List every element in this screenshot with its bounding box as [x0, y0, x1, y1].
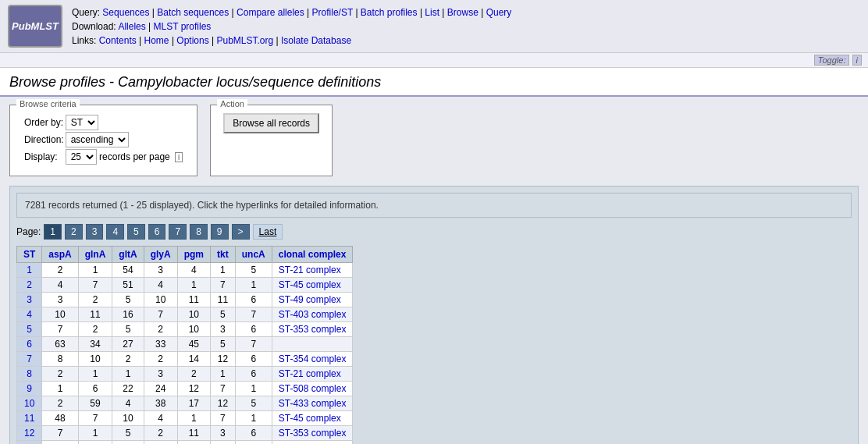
cell-st[interactable]: 13	[17, 441, 42, 445]
cell-clonal[interactable]: ST-403 complex	[272, 307, 353, 322]
direction-select[interactable]: ascending	[66, 132, 129, 147]
clonal-link[interactable]: ST-433 complex	[279, 398, 347, 409]
st-link[interactable]: 8	[27, 368, 32, 379]
cell-st[interactable]: 12	[17, 426, 42, 441]
st-link[interactable]: 7	[27, 353, 32, 364]
display-select[interactable]: 25	[66, 149, 97, 165]
clonal-link[interactable]: ST-49 complex	[279, 294, 341, 305]
cell-st[interactable]: 4	[17, 307, 42, 322]
col-header-clonal[interactable]: clonal complex	[272, 247, 353, 263]
col-sort-gltA[interactable]: gltA	[119, 249, 137, 260]
download-link-mlst-profiles[interactable]: MLST profiles	[154, 21, 212, 32]
clonal-link[interactable]: ST-353 complex	[279, 324, 347, 335]
query-link-batch-profiles[interactable]: Batch profiles	[361, 7, 418, 18]
col-header-aspA[interactable]: aspA	[42, 247, 78, 263]
page-button-5[interactable]: 5	[127, 224, 145, 240]
cell-tkt: 7	[211, 278, 236, 293]
clonal-link[interactable]: ST-21 complex	[279, 265, 341, 275]
st-link[interactable]: 11	[24, 413, 34, 424]
st-link[interactable]: 9	[27, 383, 32, 394]
cell-clonal[interactable]: ST-21 complex	[272, 367, 353, 382]
cell-st[interactable]: 8	[17, 367, 42, 382]
col-sort-glyA[interactable]: glyA	[151, 249, 171, 260]
cell-tkt: 1	[211, 441, 236, 445]
col-header-glnA[interactable]: glnA	[78, 247, 112, 263]
download-link-alleles[interactable]: Alleles	[118, 21, 145, 32]
cell-st[interactable]: 2	[17, 278, 42, 293]
cell-clonal[interactable]: ST-45 complex	[272, 278, 353, 293]
query-link-list[interactable]: List	[425, 7, 439, 18]
nav-link-contents[interactable]: Contents	[99, 35, 137, 46]
clonal-link[interactable]: ST-21 complex	[279, 368, 341, 379]
st-link[interactable]: 5	[27, 324, 32, 335]
cell-st[interactable]: 3	[17, 293, 42, 307]
col-sort-pgm[interactable]: pgm	[184, 249, 204, 260]
query-link-compare-alleles[interactable]: Compare alleles	[237, 7, 304, 18]
query-link-profile-st[interactable]: Profile/ST	[312, 7, 353, 18]
clonal-link[interactable]: ST-45 complex	[279, 413, 341, 424]
col-header-pgm[interactable]: pgm	[177, 247, 210, 263]
st-link[interactable]: 2	[27, 279, 32, 290]
col-sort-glnA[interactable]: glnA	[85, 249, 106, 260]
clonal-link[interactable]: ST-45 complex	[279, 279, 341, 290]
query-link-query[interactable]: Query	[486, 7, 512, 18]
col-header-uncA[interactable]: uncA	[235, 247, 272, 263]
page-button-next[interactable]: >	[232, 224, 250, 240]
cell-clonal[interactable]: ST-45 complex	[272, 411, 353, 426]
st-link[interactable]: 10	[24, 398, 34, 409]
toggle-icon[interactable]: i	[852, 55, 862, 66]
col-sort-uncA[interactable]: uncA	[242, 249, 265, 260]
st-link[interactable]: 6	[27, 339, 32, 350]
st-link[interactable]: 1	[27, 265, 32, 275]
query-link-browse[interactable]: Browse	[447, 7, 478, 18]
col-sort-aspA[interactable]: aspA	[48, 249, 71, 260]
page-button-7[interactable]: 7	[169, 224, 187, 240]
page-button-3[interactable]: 3	[86, 224, 104, 240]
st-link[interactable]: 3	[27, 294, 32, 305]
col-header-st[interactable]: ST	[17, 247, 42, 263]
page-button-6[interactable]: 6	[148, 224, 166, 240]
nav-link-isolate[interactable]: Isolate Database	[281, 35, 351, 46]
st-link[interactable]: 12	[24, 428, 34, 439]
st-link[interactable]: 4	[27, 309, 32, 320]
cell-st[interactable]: 5	[17, 322, 42, 337]
cell-st[interactable]: 10	[17, 396, 42, 411]
col-sort-st[interactable]: ST	[23, 249, 35, 260]
col-header-tkt[interactable]: tkt	[211, 247, 236, 263]
cell-clonal[interactable]	[272, 337, 353, 352]
col-sort-clonal[interactable]: clonal complex	[279, 249, 347, 260]
cell-clonal[interactable]: ST-354 complex	[272, 352, 353, 367]
nav-link-home[interactable]: Home	[144, 35, 169, 46]
cell-clonal[interactable]: ST-21 complex	[272, 263, 353, 278]
page-button-1[interactable]: 1	[44, 224, 62, 240]
query-link-sequences[interactable]: Sequences	[102, 7, 149, 18]
page-button-last[interactable]: Last	[253, 224, 283, 240]
clonal-link[interactable]: ST-403 complex	[279, 309, 347, 320]
cell-st[interactable]: 9	[17, 382, 42, 396]
clonal-link[interactable]: ST-353 complex	[279, 428, 347, 439]
cell-st[interactable]: 11	[17, 411, 42, 426]
col-header-glyA[interactable]: glyA	[144, 247, 177, 263]
page-button-2[interactable]: 2	[65, 224, 83, 240]
cell-clonal[interactable]: ST-353 complex	[272, 322, 353, 337]
clonal-link[interactable]: ST-354 complex	[279, 353, 347, 364]
order-by-select[interactable]: ST	[66, 115, 98, 130]
cell-st[interactable]: 7	[17, 352, 42, 367]
cell-st[interactable]: 6	[17, 337, 42, 352]
page-button-9[interactable]: 9	[211, 224, 229, 240]
query-link-batch-sequences[interactable]: Batch sequences	[157, 7, 229, 18]
clonal-link[interactable]: ST-508 complex	[279, 383, 347, 394]
cell-clonal[interactable]: ST-433 complex	[272, 396, 353, 411]
page-button-4[interactable]: 4	[106, 224, 124, 240]
cell-st[interactable]: 1	[17, 263, 42, 278]
nav-link-pubmlst[interactable]: PubMLST.org	[217, 35, 274, 46]
browse-all-records-button[interactable]: Browse all records	[223, 113, 319, 133]
col-sort-tkt[interactable]: tkt	[217, 249, 229, 260]
cell-clonal[interactable]: ST-49 complex	[272, 293, 353, 307]
cell-clonal[interactable]: ST-508 complex	[272, 382, 353, 396]
page-button-8[interactable]: 8	[190, 224, 208, 240]
col-header-gltA[interactable]: gltA	[112, 247, 144, 263]
cell-clonal[interactable]: ST-21 complex	[272, 441, 353, 445]
cell-clonal[interactable]: ST-353 complex	[272, 426, 353, 441]
nav-link-options[interactable]: Options	[176, 35, 208, 46]
